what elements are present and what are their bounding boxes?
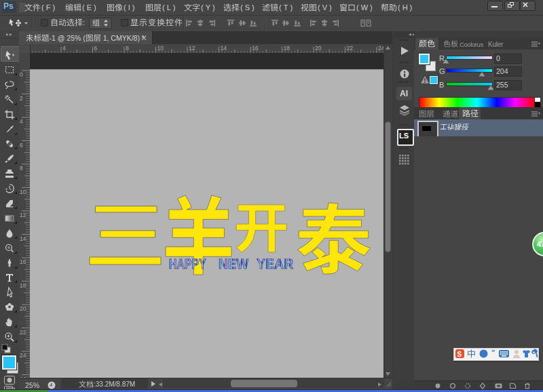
svg-text:47: 47 — [537, 240, 543, 248]
svg-text:S: S — [457, 351, 462, 358]
